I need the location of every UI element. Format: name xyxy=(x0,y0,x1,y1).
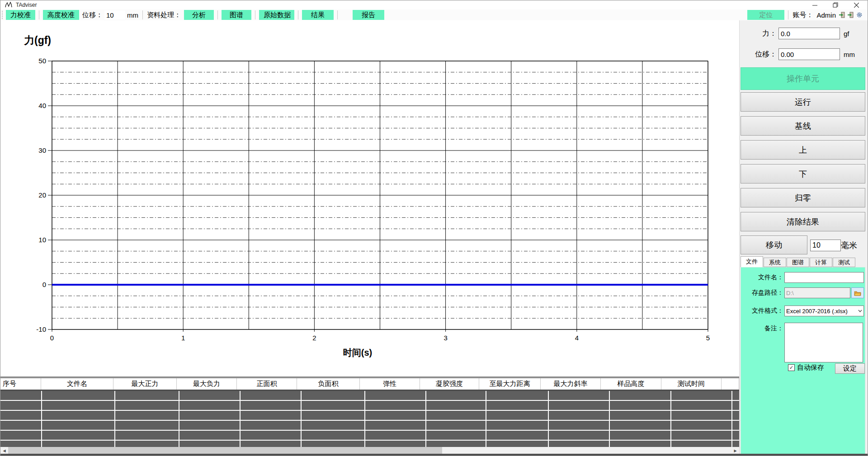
analysis-button[interactable]: 分析 xyxy=(184,10,214,20)
svg-text:1: 1 xyxy=(181,334,185,342)
svg-text:20: 20 xyxy=(38,191,46,199)
displacement-readout-input[interactable] xyxy=(778,48,840,60)
header-cell: 凝胶强度 xyxy=(420,378,479,390)
displacement-input[interactable] xyxy=(104,10,125,19)
force-readout-input[interactable] xyxy=(778,28,840,39)
file-format-select[interactable]: Excel 2007-2016 (.xlsx) xyxy=(784,306,864,316)
autosave-checkbox[interactable]: ✓ xyxy=(788,364,795,371)
svg-text:3: 3 xyxy=(443,334,447,342)
table-cell xyxy=(0,421,41,430)
table-cell xyxy=(426,391,486,400)
tab-test[interactable]: 测试 xyxy=(833,258,855,267)
svg-text:力(gf): 力(gf) xyxy=(24,34,51,46)
table-cell xyxy=(42,411,114,420)
toolbar-separator xyxy=(142,10,143,19)
height-calibration-button[interactable]: 高度校准 xyxy=(43,10,79,20)
settings-gear-icon[interactable] xyxy=(856,12,863,18)
table-row[interactable] xyxy=(0,431,739,440)
table-cell xyxy=(426,411,486,420)
down-button[interactable]: 下 xyxy=(741,164,865,183)
title-bar: TAdviser xyxy=(0,0,868,9)
result-button[interactable]: 结果 xyxy=(302,10,334,20)
save-path-input[interactable] xyxy=(784,287,850,298)
svg-text:40: 40 xyxy=(38,102,46,109)
tab-system[interactable]: 系统 xyxy=(764,258,786,267)
file-tab-pane: 文件名： 存盘路径： 文件格式： Excel 2007-2016 (.xlsx) xyxy=(741,267,865,454)
force-calibration-button[interactable]: 力校准 xyxy=(6,10,35,20)
table-cell xyxy=(179,401,240,410)
table-cell xyxy=(486,411,548,420)
svg-text:4: 4 xyxy=(575,334,579,342)
table-cell xyxy=(671,391,731,400)
table-cell xyxy=(732,411,739,420)
spectrum-button[interactable]: 图谱 xyxy=(222,10,251,20)
table-cell xyxy=(486,431,548,440)
tab-spectrum[interactable]: 图谱 xyxy=(787,258,809,267)
table-cell xyxy=(179,431,240,440)
toolbar-separator xyxy=(39,10,39,19)
table-cell xyxy=(365,431,425,440)
table-cell xyxy=(241,431,301,440)
window-title: TAdviser xyxy=(16,2,37,8)
remark-label: 备注： xyxy=(741,324,783,333)
table-cell xyxy=(0,401,41,410)
restore-button[interactable] xyxy=(825,0,846,9)
table-cell xyxy=(115,411,179,420)
save-path-label: 存盘路径： xyxy=(741,289,783,297)
table-cell xyxy=(732,391,739,400)
remark-textarea[interactable] xyxy=(784,323,863,362)
results-table: 序号文件名最大正力最大负力正面积负面积弹性凝胶强度至最大力距离最大力斜率样品高度… xyxy=(0,376,739,451)
toolbar-gripper[interactable] xyxy=(1,11,3,19)
displacement-readout-unit: mm xyxy=(844,51,855,58)
locate-button[interactable]: 定位 xyxy=(747,10,784,20)
table-cell xyxy=(42,401,114,410)
account-label: 账号： xyxy=(793,11,813,19)
table-cell xyxy=(365,411,425,420)
filename-input[interactable] xyxy=(784,272,864,283)
operate-unit-button[interactable]: 操作单元 xyxy=(741,67,865,90)
report-button[interactable]: 报告 xyxy=(353,10,384,20)
table-cell xyxy=(302,421,364,430)
table-cell xyxy=(610,401,670,410)
header-cell: 最大正力 xyxy=(113,378,177,390)
tab-file[interactable]: 文件 xyxy=(741,256,763,267)
folder-icon xyxy=(854,290,861,296)
table-row[interactable] xyxy=(0,411,739,420)
table-row[interactable] xyxy=(0,401,739,410)
header-cell xyxy=(722,378,739,390)
run-button[interactable]: 运行 xyxy=(741,92,865,112)
login-icon[interactable] xyxy=(839,12,845,18)
minimize-button[interactable] xyxy=(804,0,825,9)
force-readout-unit: gf xyxy=(844,30,849,38)
header-cell: 文件名 xyxy=(41,378,113,390)
logout-icon[interactable] xyxy=(848,12,854,18)
baseline-button[interactable]: 基线 xyxy=(741,116,865,136)
file-format-value: Excel 2007-2016 (.xlsx) xyxy=(785,308,856,315)
svg-text:10: 10 xyxy=(38,236,46,244)
close-button[interactable] xyxy=(846,0,867,9)
header-cell: 最大力斜率 xyxy=(541,378,601,390)
clear-results-button[interactable]: 清除结果 xyxy=(741,212,865,231)
panel-tab-strip: 文件 系统 图谱 计算 测试 xyxy=(741,256,856,267)
table-row[interactable] xyxy=(0,421,739,430)
svg-text:0: 0 xyxy=(50,334,54,342)
browse-folder-button[interactable] xyxy=(851,287,864,298)
table-cell xyxy=(610,411,670,420)
table-cell xyxy=(732,401,739,410)
header-cell: 测试时间 xyxy=(661,378,722,390)
raw-data-button[interactable]: 原始数据 xyxy=(259,10,294,20)
table-cell xyxy=(671,431,731,440)
up-button[interactable]: 上 xyxy=(741,140,865,160)
table-cell xyxy=(42,421,114,430)
move-distance-input[interactable] xyxy=(810,240,841,251)
table-cell xyxy=(302,411,364,420)
table-cell xyxy=(426,421,486,430)
move-button[interactable]: 移动 xyxy=(741,235,807,254)
zero-button[interactable]: 归零 xyxy=(741,188,865,207)
set-button[interactable]: 设定 xyxy=(835,363,865,374)
table-cell xyxy=(302,391,364,400)
table-row[interactable] xyxy=(0,391,739,400)
tab-calculate[interactable]: 计算 xyxy=(810,258,832,267)
app-logo-icon xyxy=(5,2,13,10)
table-cell xyxy=(486,401,548,410)
